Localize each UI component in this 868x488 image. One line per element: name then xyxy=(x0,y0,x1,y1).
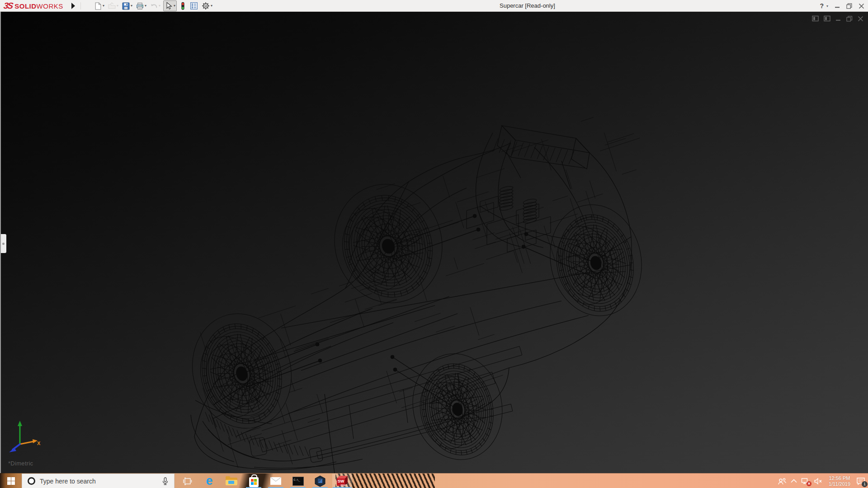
notification-count-badge: 1 xyxy=(862,481,868,487)
dropdown-arrow-icon[interactable]: ▾ xyxy=(145,4,146,8)
close-button[interactable] xyxy=(859,3,864,9)
taskbar-apps: e C:\_ SW 2017 xyxy=(177,474,354,488)
print-button[interactable]: ▾ xyxy=(135,0,147,11)
document-title: Supercar [Read-only] xyxy=(500,0,555,12)
3d-viewport[interactable]: X *Dimetric xyxy=(0,12,868,473)
hexagon-app-icon xyxy=(314,475,326,487)
ds-logo-glyph: 3S xyxy=(3,1,13,11)
undo-button[interactable]: ▾ xyxy=(149,0,161,11)
microphone-icon[interactable] xyxy=(162,477,169,485)
clock-time: 12:56 PM xyxy=(829,475,850,481)
new-document-button[interactable]: ▾ xyxy=(93,0,105,11)
triad-x-label: X xyxy=(37,441,41,446)
windows-logo-icon xyxy=(7,477,15,485)
help-button[interactable]: ? xyxy=(820,2,824,9)
taskbar-clock[interactable]: 12:56 PM 1/11/2019 xyxy=(827,475,852,487)
chevron-up-icon xyxy=(791,479,797,483)
taskbar-file-explorer-button[interactable] xyxy=(222,474,241,488)
solidworks-2017-icon: SW 2017 xyxy=(336,475,348,487)
people-button[interactable] xyxy=(778,477,787,485)
cortana-circle-icon xyxy=(28,477,35,485)
task-view-button[interactable] xyxy=(177,474,197,488)
feature-panel-tab[interactable] xyxy=(0,234,6,253)
select-cursor-icon xyxy=(165,2,173,10)
taskbar-mail-button[interactable] xyxy=(266,474,286,488)
system-tray: ✕ 12:56 PM 1/11/2019 1 xyxy=(778,474,865,488)
clock-date: 1/11/2019 xyxy=(829,481,850,487)
mail-icon xyxy=(270,477,281,485)
save-icon xyxy=(122,2,130,10)
store-icon xyxy=(249,477,259,487)
toolbar-divider xyxy=(80,2,81,9)
start-button[interactable] xyxy=(0,474,22,488)
standard-toolbar: ▾ ▾ ▾ ▾ ▾ ▾ ▾ xyxy=(93,0,215,12)
people-icon xyxy=(778,477,787,485)
save-button[interactable]: ▾ xyxy=(121,0,133,11)
new-document-icon xyxy=(94,2,102,10)
file-properties-button[interactable] xyxy=(189,0,199,11)
tray-overflow-button[interactable] xyxy=(791,479,797,483)
command-prompt-icon: C:\_ xyxy=(292,477,304,486)
wireframe-car xyxy=(1,12,868,473)
options-gear-icon xyxy=(202,2,210,10)
show-display-pane-button[interactable] xyxy=(824,15,830,22)
taskbar-store-button[interactable] xyxy=(244,474,264,488)
taskbar-hexagon-app-button[interactable] xyxy=(310,474,330,488)
doc-close-button[interactable] xyxy=(858,16,863,22)
rebuild-traffic-light-icon xyxy=(179,2,186,10)
rebuild-button[interactable] xyxy=(179,0,187,11)
volume-button[interactable] xyxy=(814,478,823,485)
dropdown-arrow-icon[interactable]: ▾ xyxy=(174,4,175,8)
options-button[interactable]: ▾ xyxy=(201,0,213,11)
dropdown-arrow-icon[interactable]: ▾ xyxy=(211,4,212,8)
undo-icon xyxy=(150,2,158,10)
panel-tab-dot-icon xyxy=(2,243,5,245)
doc-restore-button[interactable] xyxy=(846,16,853,22)
solidworks-logo: 3S SOLIDWORKS xyxy=(4,0,63,12)
volume-muted-icon xyxy=(814,478,823,485)
search-placeholder-text: Type here to search xyxy=(40,478,96,485)
taskbar-solidworks-button[interactable]: SW 2017 xyxy=(332,474,352,488)
dropdown-arrow-icon[interactable]: ▾ xyxy=(117,4,118,8)
select-tool-button[interactable]: ▾ xyxy=(163,0,177,11)
open-button[interactable]: ▾ xyxy=(107,0,119,11)
taskbar-command-prompt-button[interactable]: C:\_ xyxy=(288,474,308,488)
task-view-icon xyxy=(182,477,192,486)
orientation-triad: X xyxy=(7,419,42,454)
dropdown-arrow-icon[interactable]: ▾ xyxy=(159,4,160,8)
dropdown-arrow-icon[interactable]: ▾ xyxy=(103,4,104,8)
window-controls: ? ▾ xyxy=(820,0,864,12)
document-window-controls xyxy=(812,15,863,22)
show-feature-pane-button[interactable] xyxy=(812,15,819,22)
taskbar-edge-button[interactable]: e xyxy=(199,474,219,488)
open-icon xyxy=(108,2,116,10)
view-orientation-label: *Dimetric xyxy=(8,460,33,467)
menu-flyout-arrow[interactable] xyxy=(71,3,75,9)
edge-icon: e xyxy=(206,475,212,487)
file-properties-icon xyxy=(190,2,198,10)
help-dropdown-arrow[interactable]: ▾ xyxy=(826,4,828,8)
doc-minimize-button[interactable] xyxy=(835,16,841,22)
restore-button[interactable] xyxy=(846,3,852,9)
print-icon xyxy=(136,2,144,10)
title-bar: 3S SOLIDWORKS ▾ ▾ ▾ ▾ ▾ ▾ xyxy=(0,0,868,12)
taskbar: Type here to search e C:\_ xyxy=(0,473,868,488)
network-status-button[interactable]: ✕ xyxy=(801,477,810,485)
dropdown-arrow-icon[interactable]: ▾ xyxy=(131,4,132,8)
file-explorer-icon xyxy=(226,477,237,485)
action-center-button[interactable]: 1 xyxy=(856,477,865,485)
taskbar-search[interactable]: Type here to search xyxy=(22,474,175,488)
network-error-badge: ✕ xyxy=(807,481,811,486)
minimize-button[interactable] xyxy=(835,3,840,9)
